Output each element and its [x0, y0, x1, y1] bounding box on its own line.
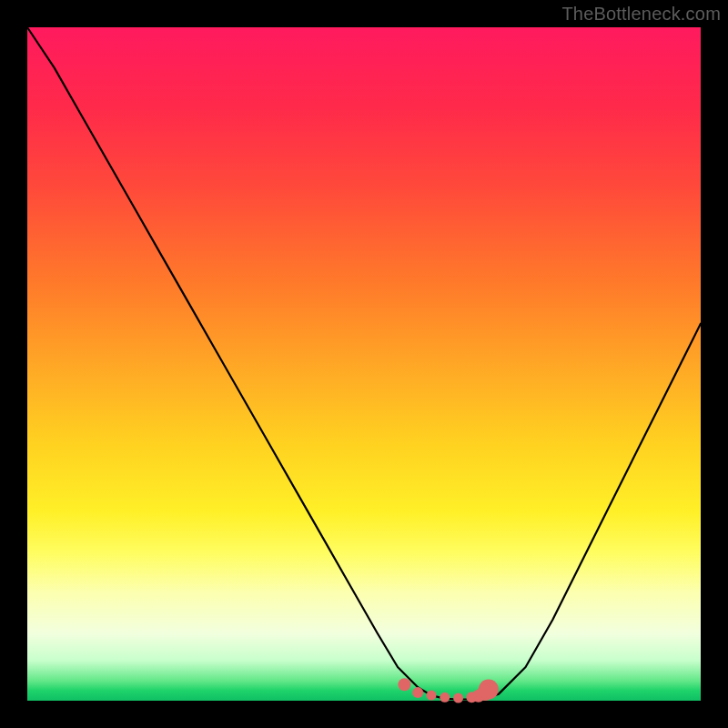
optimal-marker — [427, 691, 437, 701]
optimal-marker — [440, 693, 450, 703]
watermark-text: TheBottleneck.com — [561, 4, 721, 25]
bottleneck-curve — [27, 27, 701, 700]
chart-svg — [27, 27, 701, 701]
optimal-marker — [398, 678, 410, 691]
optimal-marker — [412, 687, 423, 698]
plot-area — [27, 27, 701, 701]
optimal-marker — [479, 679, 499, 699]
optimal-marker — [453, 693, 463, 703]
chart-frame: TheBottleneck.com — [0, 0, 728, 728]
